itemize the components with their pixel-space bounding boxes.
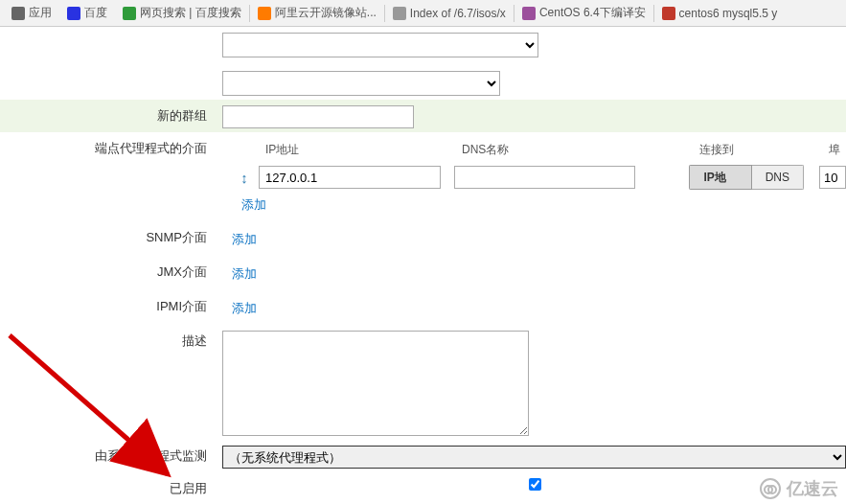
col-port: 埠 [829, 142, 840, 158]
tab-centos-mysql[interactable]: centos6 mysql5.5 y [654, 0, 786, 26]
jmx-interface-label: JMX介面 [0, 260, 215, 281]
bookmark-label: 百度 [84, 5, 107, 21]
enabled-checkbox[interactable] [224, 478, 846, 491]
col-conn: 连接到 [699, 142, 829, 158]
agent-interface-add-link[interactable]: 添加 [232, 193, 846, 218]
ipmi-interface-row: IPMI介面 添加 [0, 290, 846, 325]
host-form: 新的群组 端点代理程式的介面 IP地址 DNS名称 连接到 埠 ↕ IP地址 D… [0, 27, 846, 504]
proxy-select[interactable]: （无系统代理程式） [222, 446, 846, 469]
ipmi-interface-label: IPMI介面 [0, 294, 215, 315]
bookmark-label: 网页搜索 | 百度搜索 [140, 5, 241, 21]
col-ip: IP地址 [265, 142, 462, 158]
tab-label: 阿里云开源镜像站... [275, 5, 377, 21]
watermark-text: 亿速云 [787, 477, 838, 500]
monitored-by-label: 由系统代理程式监测 [0, 444, 215, 465]
watermark-icon [760, 478, 781, 499]
interface-header: IP地址 DNS名称 连接到 埠 [222, 138, 846, 162]
new-group-input[interactable] [222, 105, 414, 128]
tab-label: centos6 mysql5.5 y [679, 7, 778, 20]
snmp-add-link[interactable]: 添加 [222, 227, 846, 252]
groups-select-left[interactable] [222, 33, 538, 57]
jmx-interface-row: JMX介面 添加 [0, 256, 846, 290]
new-group-label: 新的群组 [0, 103, 215, 125]
aliyun-icon [258, 7, 271, 20]
drag-handle-icon[interactable]: ↕ [230, 170, 259, 186]
tab-aliyun[interactable]: 阿里云开源镜像站... [250, 0, 384, 26]
ipmi-add-link[interactable]: 添加 [222, 296, 846, 321]
snmp-interface-label: SNMP介面 [0, 225, 215, 246]
tab-indexof[interactable]: Index of /6.7/isos/x [385, 0, 514, 26]
agent-interface-label: 端点代理程式的介面 [0, 136, 215, 157]
interface-line: ↕ IP地址 DNS [222, 162, 846, 193]
snmp-interface-row: SNMP介面 添加 [0, 221, 846, 256]
baidu-icon [67, 7, 80, 20]
bookmark-label: 应用 [29, 5, 52, 21]
interface-port-input[interactable] [819, 166, 846, 189]
bookmark-bar: 应用 百度 网页搜索 | 百度搜索 阿里云开源镜像站... Index of /… [0, 0, 846, 27]
tab-label: CentOS 6.4下编译安 [539, 5, 646, 21]
bookmark-search[interactable]: 网页搜索 | 百度搜索 [115, 0, 249, 26]
description-textarea[interactable] [222, 331, 529, 436]
apps-icon [11, 7, 25, 20]
connect-to-dns[interactable]: DNS [752, 165, 804, 190]
interface-ip-input[interactable] [259, 166, 441, 189]
description-label: 描述 [0, 329, 215, 350]
centos-icon [522, 7, 536, 20]
bookmark-apps[interactable]: 应用 [4, 0, 59, 26]
tab-centos-bar[interactable]: CentOS 6.4下编译安 [514, 0, 653, 26]
groups-select-right[interactable] [222, 71, 500, 96]
mysql-icon [662, 7, 675, 20]
folder-icon [393, 7, 406, 20]
groups-row [0, 27, 846, 100]
enabled-row: 已启用 [0, 472, 846, 501]
new-group-row: 新的群组 [0, 100, 846, 132]
monitored-by-row: 由系统代理程式监测 （无系统代理程式） [0, 440, 846, 472]
watermark: 亿速云 [760, 477, 838, 500]
search-icon [123, 7, 136, 20]
jmx-add-link[interactable]: 添加 [222, 262, 846, 286]
agent-interface-row: 端点代理程式的介面 IP地址 DNS名称 连接到 埠 ↕ IP地址 DNS 添加 [0, 132, 846, 221]
connect-to-toggle: IP地址 DNS [689, 165, 804, 190]
enabled-label: 已启用 [0, 476, 215, 497]
bookmark-baidu[interactable]: 百度 [59, 0, 115, 26]
connect-to-ip[interactable]: IP地址 [689, 165, 751, 190]
col-dns: DNS名称 [462, 142, 699, 158]
tab-label: Index of /6.7/isos/x [410, 7, 506, 20]
description-row: 描述 [0, 325, 846, 440]
interface-dns-input[interactable] [454, 166, 636, 189]
